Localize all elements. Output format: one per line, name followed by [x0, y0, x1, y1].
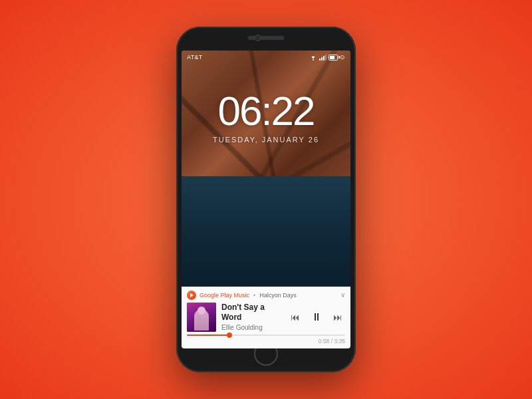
forward-button[interactable]: ⏭	[331, 310, 345, 325]
phone-screen: AT&T	[182, 51, 350, 348]
svg-point-0	[313, 60, 314, 61]
chevron-down-icon[interactable]: ∨	[340, 291, 345, 299]
phone-speaker	[248, 36, 285, 40]
track-title: Don't Say a Word	[221, 303, 283, 323]
wifi-icon	[309, 54, 317, 61]
pause-button[interactable]: ⏸	[309, 310, 324, 325]
progress-time-display: 0:58 / 3:35	[319, 338, 345, 344]
battery-fill	[330, 56, 334, 59]
bg-ocean-bottom	[182, 176, 350, 295]
music-notification: Google Play Music • Halcyon Days ∨ Don't…	[182, 287, 350, 348]
rewind-button[interactable]: ⏮	[288, 310, 303, 325]
play-music-app-icon	[187, 291, 196, 300]
playback-controls: ⏮ ⏸ ⏭	[288, 310, 345, 325]
album-art-figure	[194, 309, 209, 331]
separator: •	[253, 292, 255, 299]
progress-area: 0:58 / 3:35	[182, 332, 350, 348]
progress-thumb	[227, 332, 232, 338]
screen-background: AT&T	[182, 51, 350, 348]
clock-time: 06:22	[217, 90, 314, 132]
phone-device: AT&T	[176, 27, 356, 372]
progress-times: 0:58 / 3:35	[187, 338, 345, 344]
clock-area: 06:22 TUESDAY, JANUARY 26	[182, 90, 350, 144]
app-name-label: Google Play Music	[200, 292, 249, 299]
progress-bar-fill	[187, 334, 229, 336]
notif-body: Don't Say a Word Ellie Goulding ⏮ ⏸ ⏭	[182, 301, 350, 332]
account-icon: ⊙	[340, 55, 345, 61]
total-time: 3:35	[334, 338, 345, 344]
carrier-label: AT&T	[187, 54, 203, 61]
playlist-label: Halcyon Days	[259, 292, 337, 299]
status-icons: ⊙	[309, 54, 345, 61]
clock-date: TUESDAY, JANUARY 26	[213, 136, 319, 144]
track-artist: Ellie Goulding	[221, 323, 283, 332]
current-time: 0:58	[319, 338, 330, 344]
notif-header: Google Play Music • Halcyon Days ∨	[182, 287, 350, 301]
progress-bar-background[interactable]	[187, 334, 345, 336]
battery-icon	[329, 55, 338, 61]
signal-icon	[319, 54, 327, 61]
album-art	[187, 303, 216, 332]
status-bar: AT&T	[182, 51, 350, 64]
track-info: Don't Say a Word Ellie Goulding	[221, 303, 283, 332]
phone-camera	[255, 35, 261, 41]
